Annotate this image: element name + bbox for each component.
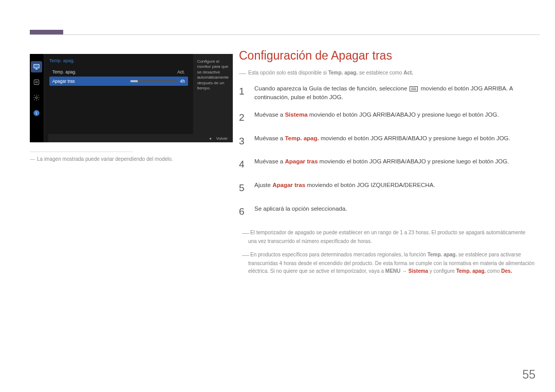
svg-text:i: i bbox=[36, 111, 37, 116]
slider-track bbox=[131, 80, 177, 82]
osd-description: Configure el monitor para que se desacti… bbox=[193, 54, 233, 142]
osd-main: Temp. apag. Temp. apag. Act. Apagar tras… bbox=[44, 54, 193, 142]
svg-point-2 bbox=[36, 81, 38, 83]
osd-footer: ◂ Volver bbox=[48, 134, 233, 142]
step-text: Muévase a Apagar tras moviendo el botón … bbox=[254, 157, 509, 166]
svg-point-3 bbox=[36, 97, 38, 99]
footnote: ―El temporizador de apagado se puede est… bbox=[239, 228, 534, 246]
caption-divider bbox=[30, 152, 133, 152]
step-item: 6 Se aplicará la opción seleccionada. bbox=[239, 204, 534, 219]
page-title: Configuración de Apagar tras bbox=[239, 49, 534, 63]
osd-title: Temp. apag. bbox=[49, 58, 188, 63]
svg-rect-0 bbox=[34, 64, 40, 68]
header-divider bbox=[30, 34, 540, 35]
osd-row-value: Act. bbox=[177, 69, 185, 74]
osd-panel: i Temp. apag. Temp. apag. Act. Apagar tr… bbox=[30, 54, 233, 142]
step-text: Se aplicará la opción seleccionada. bbox=[254, 204, 347, 213]
osd-row: Temp. apag. Act. bbox=[49, 67, 188, 77]
info-icon: i bbox=[31, 107, 42, 119]
svg-rect-1 bbox=[34, 80, 39, 84]
footnote: ―En productos específicos para determina… bbox=[239, 250, 534, 275]
step-item: 4 Muévase a Apagar tras moviendo el botó… bbox=[239, 157, 534, 172]
step-text: Muévase a Sistema moviendo el botón JOG … bbox=[254, 110, 499, 119]
step-text: Muévase a Temp. apag. moviendo el botón … bbox=[254, 134, 510, 143]
picture-icon bbox=[31, 77, 42, 88]
osd-row-label: Temp. apag. bbox=[52, 69, 77, 74]
gear-icon bbox=[31, 92, 42, 103]
step-number: 6 bbox=[239, 204, 245, 219]
osd-sidebar: i bbox=[30, 54, 44, 142]
availability-note: ―Esta opción solo está disponible si Tem… bbox=[239, 69, 534, 77]
back-arrow-icon: ◂ bbox=[209, 136, 211, 141]
step-text: Ajuste Apagar tras moviendo el botón JOG… bbox=[254, 181, 435, 190]
header-accent bbox=[30, 30, 63, 34]
screenshot-caption: ―La imagen mostrada puede variar dependi… bbox=[30, 156, 233, 162]
osd-row-label: Apagar tras bbox=[52, 79, 75, 84]
page-number: 55 bbox=[522, 368, 535, 382]
step-number: 1 bbox=[239, 84, 245, 99]
step-number: 3 bbox=[239, 134, 245, 148]
step-item: 1 Cuando aparezca la Guía de teclas de f… bbox=[239, 84, 534, 101]
step-number: 4 bbox=[239, 157, 245, 172]
menu-icon bbox=[410, 86, 418, 91]
step-item: 2 Muévase a Sistema moviendo el botón JO… bbox=[239, 110, 534, 125]
main-content: Configuración de Apagar tras ―Esta opció… bbox=[239, 49, 534, 279]
osd-back-label: Volver bbox=[216, 136, 228, 141]
step-item: 3 Muévase a Temp. apag. moviendo el botó… bbox=[239, 134, 534, 148]
step-item: 5 Ajuste Apagar tras moviendo el botón J… bbox=[239, 181, 534, 195]
step-text: Cuando aparezca la Guía de teclas de fun… bbox=[254, 84, 534, 101]
osd-screenshot: i Temp. apag. Temp. apag. Act. Apagar tr… bbox=[30, 54, 233, 162]
step-number: 2 bbox=[239, 110, 245, 125]
step-number: 5 bbox=[239, 181, 245, 195]
osd-row-selected: Apagar tras 4h bbox=[49, 77, 188, 86]
monitor-icon bbox=[31, 61, 42, 72]
steps-list: 1 Cuando aparezca la Guía de teclas de f… bbox=[239, 84, 534, 218]
slider-fill bbox=[131, 80, 138, 82]
footnotes: ―El temporizador de apagado se puede est… bbox=[239, 228, 534, 275]
osd-row-value: 4h bbox=[180, 79, 184, 84]
